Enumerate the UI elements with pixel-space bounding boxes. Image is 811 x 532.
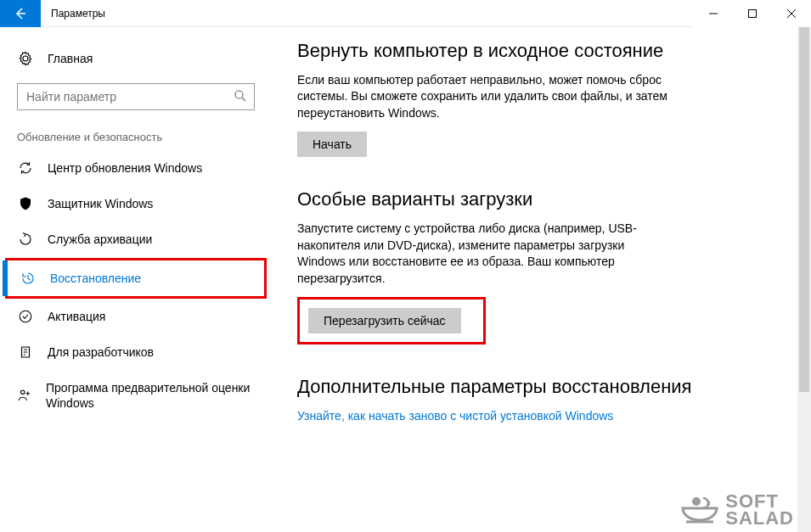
scrollbar[interactable] — [797, 27, 811, 532]
reset-start-button[interactable]: Начать — [297, 132, 367, 157]
section-advanced-startup: Особые варианты загрузки Запустите систе… — [297, 188, 786, 344]
sidebar-item-label: Программа предварительной оценки Windows — [46, 380, 255, 411]
sidebar-item-activation[interactable]: Активация — [0, 299, 272, 334]
highlight-box: Перезагрузить сейчас — [297, 297, 486, 344]
back-button[interactable] — [0, 0, 41, 27]
sidebar-item-windows-update[interactable]: Центр обновления Windows — [0, 150, 272, 186]
svg-point-1 — [235, 91, 243, 98]
minimize-button[interactable] — [694, 0, 733, 27]
section-body: Если ваш компьютер работает неправильно,… — [297, 72, 671, 122]
check-circle-icon — [17, 309, 34, 324]
section-heading: Дополнительные параметры восстановления — [297, 375, 786, 400]
close-button[interactable] — [772, 0, 811, 27]
sidebar-item-label: Защитник Windows — [48, 196, 153, 211]
restart-now-button[interactable]: Перезагрузить сейчас — [308, 308, 461, 333]
watermark-line2: SALAD — [725, 510, 794, 527]
watermark: SOFT SALAD — [681, 493, 794, 527]
sidebar-item-label: Центр обновления Windows — [48, 160, 202, 176]
watermark-text: SOFT SALAD — [725, 493, 794, 527]
window-controls — [694, 0, 811, 27]
sidebar-item-label: Восстановление — [50, 271, 141, 286]
insider-icon — [17, 388, 32, 403]
scroll-thumb[interactable] — [799, 27, 809, 392]
sidebar-home[interactable]: Главная — [0, 44, 272, 73]
developer-icon — [17, 344, 34, 360]
sidebar-item-recovery[interactable]: Восстановление — [5, 258, 267, 299]
section-more-recovery: Дополнительные параметры восстановления … — [297, 375, 786, 423]
section-heading: Вернуть компьютер в исходное состояние — [297, 39, 786, 64]
history-icon — [20, 271, 37, 286]
maximize-button[interactable] — [733, 0, 772, 27]
sidebar-item-insider[interactable]: Программа предварительной оценки Windows — [0, 370, 272, 421]
svg-point-2 — [20, 311, 31, 322]
search-icon — [233, 88, 248, 107]
search-input[interactable] — [17, 83, 255, 110]
shield-icon — [17, 196, 34, 211]
fresh-start-link[interactable]: Узнайте, как начать заново с чистой уста… — [297, 409, 613, 423]
sidebar-item-defender[interactable]: Защитник Windows — [0, 186, 272, 221]
titlebar: Параметры — [0, 0, 811, 27]
watermark-bowl-icon — [681, 493, 718, 527]
sidebar: Главная Обновление и безопасность Центр … — [0, 27, 272, 532]
main-panel: Вернуть компьютер в исходное состояние Е… — [272, 27, 811, 532]
sidebar-section-label: Обновление и безопасность — [0, 124, 272, 150]
sidebar-item-label: Активация — [48, 309, 105, 324]
arrow-left-icon — [14, 7, 27, 20]
svg-point-4 — [692, 497, 701, 506]
section-reset-pc: Вернуть компьютер в исходное состояние Е… — [297, 39, 786, 157]
section-body: Запустите систему с устройства либо диск… — [297, 221, 671, 287]
svg-point-3 — [21, 390, 25, 395]
window-title: Параметры — [51, 8, 105, 20]
section-heading: Особые варианты загрузки — [297, 188, 786, 212]
selection-accent-bar — [3, 260, 8, 296]
content-area: Главная Обновление и безопасность Центр … — [0, 27, 811, 532]
sidebar-item-label: Служба архивации — [48, 232, 152, 247]
svg-rect-0 — [749, 9, 757, 17]
sidebar-item-backup[interactable]: Служба архивации — [0, 221, 272, 257]
backup-arrow-icon — [17, 232, 34, 247]
sidebar-item-developers[interactable]: Для разработчиков — [0, 334, 272, 370]
gear-icon — [17, 51, 34, 66]
sidebar-item-label: Для разработчиков — [48, 344, 154, 360]
sidebar-home-label: Главная — [48, 52, 93, 65]
search-container — [17, 83, 255, 110]
sync-icon — [17, 160, 34, 176]
